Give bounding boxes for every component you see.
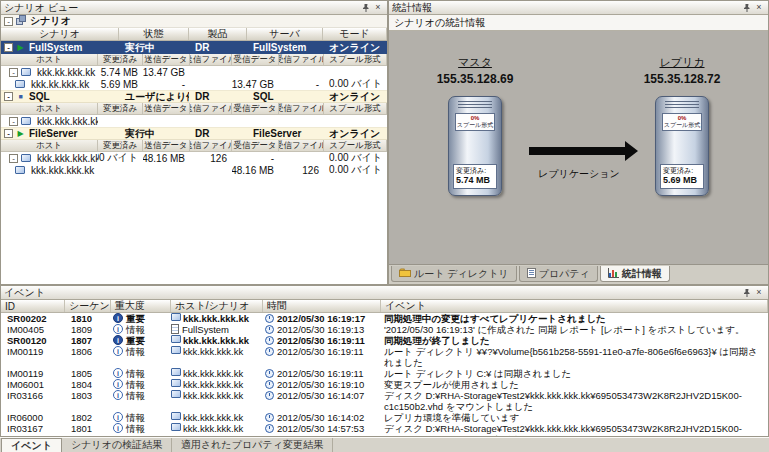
column-header-sequence[interactable]: シーケンス — [65, 300, 111, 312]
event-time: 2012/05/30 16:14:02 — [277, 412, 364, 423]
replica-spool-percent: 0% — [663, 115, 701, 122]
event-id-cell: SR00202 — [1, 313, 65, 324]
host-column-header[interactable]: 送信ファイル — [190, 103, 232, 114]
host-row[interactable]: -kkk.kk.kkk.kk5.74 MB13.47 GB — [1, 66, 387, 78]
event-message-cell: ディスク D:¥RHA-Storage¥Test2¥kkk.kkk.kkk.kk… — [381, 390, 768, 412]
host-column-header-row: ホスト変更済み送信データ送信ファイル受信データ受信ファイルスプール形式 — [1, 140, 387, 152]
scenario-cell: DR — [189, 42, 247, 53]
column-header-mode[interactable]: モード — [323, 28, 387, 40]
scenario-row[interactable]: -▶FileServer実行中DRFileServerオンライン — [1, 127, 387, 140]
close-icon[interactable]: × — [753, 287, 765, 298]
event-row[interactable]: IM001191806i情報kkk.kkk.kkk.kk2012/05/30 1… — [1, 346, 768, 368]
tree-expander-icon[interactable]: - — [4, 43, 13, 52]
pin-icon[interactable] — [741, 287, 753, 298]
host-column-header[interactable]: 受信ファイル — [279, 54, 324, 65]
event-row[interactable]: IR031671801i情報kkk.kkk.kkk.kk2012/05/30 1… — [1, 423, 768, 436]
column-header-severity[interactable]: 重大度 — [111, 300, 171, 312]
host-column-header[interactable]: スプール形式 — [324, 103, 387, 114]
tree-expander-icon[interactable]: - — [9, 154, 18, 163]
event-id-cell: IM00405 — [1, 324, 65, 335]
column-header-scenario[interactable]: シナリオ — [1, 28, 119, 40]
host-row[interactable]: -kkk.kkk.kkk.kk — [1, 115, 387, 127]
event-row[interactable]: IM001191805i情報kkk.kkk.kkk.kk2012/05/30 1… — [1, 368, 768, 379]
event-severity-label: 情報 — [126, 412, 145, 423]
event-row[interactable]: IR031661803i情報kkk.kkk.kkk.kk2012/05/30 1… — [1, 390, 768, 412]
column-header-state[interactable]: 状態 — [119, 28, 189, 40]
events-title: イベント — [4, 286, 741, 300]
event-time: 2012/05/30 16:19:13 — [277, 324, 364, 335]
scenario-row[interactable]: -▶FullSystem実行中DRFullSystemオンライン — [1, 41, 387, 54]
host-column-header[interactable]: 変更済み — [98, 140, 143, 151]
scenario-cell: ユーザにより停止 — [119, 91, 189, 102]
host-column-header[interactable]: 受信データ — [232, 103, 279, 114]
event-host-cell: kkk.kkk.kkk.kk — [171, 379, 263, 390]
scenario-row[interactable]: -■SQLユーザにより停止DRSQLオンライン — [1, 90, 387, 103]
clock-icon — [265, 424, 274, 433]
tab-events[interactable]: イベント — [1, 438, 62, 452]
tab-scenario-validation-results[interactable]: シナリオの検証結果 — [62, 438, 172, 452]
host-stat-cell — [190, 115, 232, 127]
replication-arrow — [529, 147, 625, 155]
host-column-header[interactable]: 変更済み — [98, 103, 143, 114]
host-row[interactable]: kkk.kkk.kkk.kk48.16 MB1260.00 バイト — [1, 164, 387, 176]
host-column-header[interactable]: 受信ファイル — [279, 103, 324, 114]
pin-icon[interactable] — [360, 2, 372, 13]
host-column-header[interactable]: 送信データ — [143, 54, 190, 65]
column-header-host-scenario[interactable]: ホスト/シナリオ — [171, 300, 263, 312]
host-row[interactable]: -kkk.kkk.kkk.kk0.00 バイト48.16 MB126-0.00 … — [1, 152, 387, 164]
host-computer-icon — [171, 423, 181, 431]
event-row[interactable]: IM060011804i情報kkk.kkk.kkk.kk2012/05/30 1… — [1, 379, 768, 390]
event-row[interactable]: IM004051809i情報FullSystem2012/05/30 16:19… — [1, 324, 768, 335]
host-column-header[interactable]: ホスト — [1, 54, 98, 65]
host-column-header[interactable]: 送信ファイル — [190, 140, 232, 151]
column-header-product[interactable]: 製品 — [189, 28, 247, 40]
scenario-name: SQL — [29, 91, 50, 102]
host-column-header[interactable]: 受信ファイル — [279, 140, 324, 151]
host-column-header[interactable]: ホスト — [1, 103, 98, 114]
column-header-server[interactable]: サーバ — [247, 28, 323, 40]
host-row[interactable]: kkk.kk.kkk.kk5.69 MB-13.47 GB-0.00 バイト — [1, 78, 387, 90]
tab-properties[interactable]: プロパティ — [519, 266, 598, 282]
host-column-header[interactable]: 送信ファイル — [190, 54, 232, 65]
host-stat-cell: 13.47 GB — [143, 66, 190, 78]
host-stat-cell: 0.00 バイト — [98, 152, 143, 164]
close-icon[interactable]: × — [753, 2, 765, 13]
host-stat-cell: 48.16 MB — [143, 152, 190, 164]
event-row[interactable]: SR001201807i重要kkk.kkk.kkk.kk2012/05/30 1… — [1, 335, 768, 346]
event-row[interactable]: SR002021810i重要kkk.kkk.kkk.kk2012/05/30 1… — [1, 313, 768, 324]
tree-expander-icon[interactable]: - — [4, 92, 13, 101]
master-ip: 155.35.128.69 — [409, 72, 541, 86]
tab-root-directories[interactable]: ルート ディレクトリ — [391, 266, 517, 282]
event-message: 同期処理が終了しました — [381, 335, 493, 346]
tree-expander-icon[interactable]: - — [9, 117, 18, 126]
event-host-name: kkk.kkk.kkk.kk — [183, 335, 249, 346]
tree-expander-icon[interactable]: - — [9, 68, 18, 77]
info-icon: i — [113, 324, 123, 334]
host-column-header[interactable]: 送信データ — [143, 103, 190, 114]
host-column-header[interactable]: スプール形式 — [324, 140, 387, 151]
host-column-header[interactable]: 受信データ — [232, 140, 279, 151]
event-sequence-cell: 1809 — [65, 324, 111, 335]
close-icon[interactable]: × — [372, 2, 384, 13]
host-column-header[interactable]: スプール形式 — [324, 54, 387, 65]
pin-icon[interactable] — [741, 2, 753, 13]
tab-statistics[interactable]: 統計情報 — [600, 266, 670, 282]
column-header-event[interactable]: イベント — [381, 300, 768, 312]
event-message-cell: 同期処理中の変更はすべてレプリケートされました — [381, 313, 768, 324]
tab-applied-property-changes[interactable]: 適用されたプロパティ変更結果 — [172, 438, 333, 452]
event-message: '2012/05/30 16:19:13' に作成された 同期 レポート [レポ… — [381, 324, 748, 335]
host-column-header[interactable]: ホスト — [1, 140, 98, 151]
host-name: kkk.kkk.kkk.kk — [31, 165, 94, 176]
event-time-cell: 2012/05/30 16:14:02 — [263, 412, 381, 423]
host-column-header[interactable]: 変更済み — [98, 54, 143, 65]
tree-expander-icon[interactable]: - — [4, 129, 13, 138]
scenario-root-node[interactable]: - シナリオ — [1, 15, 387, 28]
column-header-time[interactable]: 時間 — [263, 300, 381, 312]
host-stat-cell: 0.00 バイト — [324, 78, 387, 90]
event-host-cell: kkk.kkk.kkk.kk — [171, 346, 263, 357]
host-column-header[interactable]: 受信データ — [232, 54, 279, 65]
host-column-header[interactable]: 送信データ — [143, 140, 190, 151]
tree-expander-icon[interactable]: - — [4, 17, 13, 26]
column-header-id[interactable]: ID — [1, 300, 65, 312]
event-row[interactable]: IR060001802i情報kkk.kkk.kkk.kk2012/05/30 1… — [1, 412, 768, 423]
